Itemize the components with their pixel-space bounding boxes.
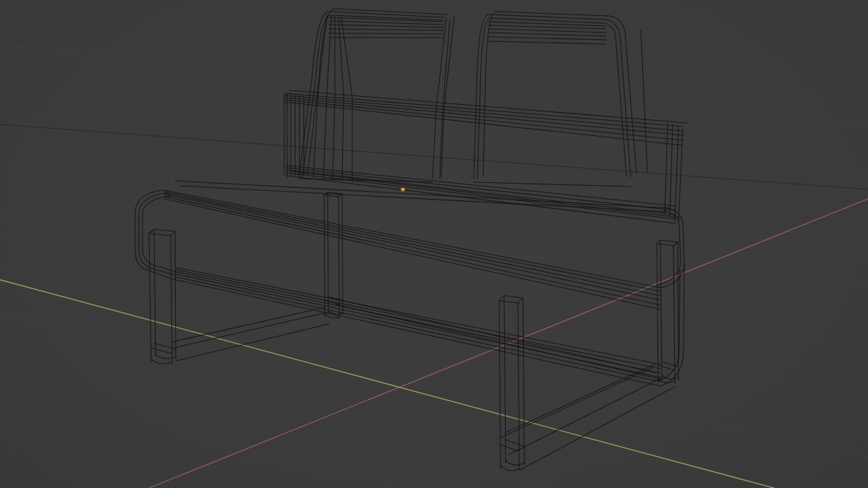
viewport-canvas[interactable] [0, 0, 868, 488]
blender-3d-viewport[interactable] [0, 0, 868, 488]
world-axis-lines [0, 199, 868, 488]
floor-grid-lines [0, 43, 868, 488]
x-axis-line [149, 199, 868, 488]
object-origin-point[interactable] [401, 187, 404, 191]
